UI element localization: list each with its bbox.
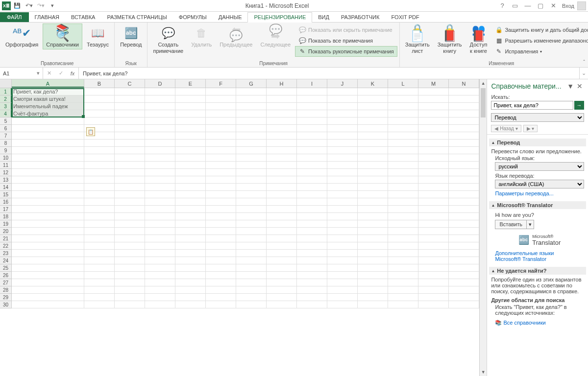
col-header-h[interactable]: H <box>267 79 297 88</box>
cell[interactable] <box>145 272 175 279</box>
cell[interactable] <box>267 162 297 169</box>
cell[interactable] <box>267 140 297 147</box>
cell[interactable] <box>84 279 115 286</box>
cell[interactable] <box>145 103 175 110</box>
cell[interactable] <box>418 206 449 213</box>
cell[interactable] <box>236 184 267 191</box>
row-header[interactable]: 26 <box>0 272 12 279</box>
cell[interactable] <box>449 103 479 110</box>
cell[interactable] <box>297 162 327 169</box>
col-header-e[interactable]: E <box>175 79 206 88</box>
cell[interactable] <box>236 250 267 257</box>
col-header-i[interactable]: I <box>297 79 327 88</box>
row-header[interactable]: 3 <box>0 103 12 110</box>
new-comment-button[interactable]: 💬 Создать примечание <box>149 24 187 56</box>
cell[interactable] <box>267 132 297 140</box>
row-header[interactable]: 1 <box>0 88 12 95</box>
cell[interactable] <box>297 103 327 110</box>
cell[interactable] <box>267 110 297 118</box>
cell[interactable] <box>449 235 479 242</box>
cell[interactable] <box>297 250 327 257</box>
cell[interactable] <box>267 242 297 250</box>
cell[interactable] <box>267 206 297 213</box>
cell[interactable] <box>145 286 175 294</box>
cell[interactable] <box>145 257 175 264</box>
cell[interactable] <box>327 220 358 228</box>
cell[interactable] <box>115 272 145 279</box>
cell[interactable] <box>175 242 206 250</box>
cell[interactable] <box>327 213 358 220</box>
cell[interactable] <box>327 184 358 191</box>
cell[interactable] <box>206 228 236 235</box>
cell[interactable] <box>267 279 297 286</box>
cell[interactable] <box>115 95 145 103</box>
cell[interactable] <box>12 169 84 176</box>
cell[interactable] <box>175 132 206 140</box>
cell[interactable] <box>236 176 267 184</box>
cell[interactable] <box>236 140 267 147</box>
cell[interactable] <box>267 198 297 206</box>
translation-options-link[interactable]: Параметры перевода... <box>495 190 584 196</box>
service-select[interactable]: Перевод <box>491 113 584 122</box>
cell[interactable] <box>84 257 115 264</box>
cell[interactable] <box>327 95 358 103</box>
cell[interactable] <box>297 88 327 95</box>
row-header[interactable]: 22 <box>0 242 12 250</box>
col-header-b[interactable]: B <box>84 79 115 88</box>
cell[interactable] <box>388 264 418 272</box>
search-go-button[interactable]: → <box>574 101 584 110</box>
cell[interactable] <box>236 110 267 118</box>
cell[interactable] <box>267 264 297 272</box>
cell[interactable] <box>84 272 115 279</box>
cell[interactable] <box>84 118 115 125</box>
cell[interactable] <box>327 257 358 264</box>
cell[interactable] <box>206 176 236 184</box>
cell[interactable] <box>115 140 145 147</box>
cell[interactable] <box>175 184 206 191</box>
cell[interactable] <box>358 294 388 301</box>
cell[interactable] <box>12 301 84 308</box>
cell[interactable] <box>206 140 236 147</box>
cell[interactable] <box>115 286 145 294</box>
cell[interactable] <box>449 118 479 125</box>
cell[interactable] <box>358 286 388 294</box>
cell[interactable] <box>418 250 449 257</box>
cell[interactable] <box>12 198 84 206</box>
cell[interactable] <box>236 279 267 286</box>
cell[interactable] <box>358 272 388 279</box>
cell[interactable] <box>236 88 267 95</box>
cell[interactable] <box>206 88 236 95</box>
vertical-scrollbar[interactable]: ▲ ▼ <box>479 79 487 376</box>
cell[interactable] <box>327 250 358 257</box>
allow-ranges-button[interactable]: ▦ Разрешить изменение диапазонов <box>491 35 588 46</box>
cell[interactable] <box>327 140 358 147</box>
cell[interactable] <box>206 279 236 286</box>
cell[interactable] <box>84 250 115 257</box>
cell[interactable] <box>297 279 327 286</box>
cell[interactable] <box>358 191 388 198</box>
row-header[interactable]: 19 <box>0 220 12 228</box>
cell[interactable] <box>418 213 449 220</box>
cell[interactable] <box>267 213 297 220</box>
cell[interactable] <box>175 279 206 286</box>
cell[interactable] <box>327 279 358 286</box>
search-input[interactable] <box>491 101 573 110</box>
more-languages-link[interactable]: Дополнительные языки <box>495 250 584 256</box>
col-header-n[interactable]: N <box>449 79 479 88</box>
cell[interactable] <box>449 110 479 118</box>
expand-formula-bar-icon[interactable]: ⌄ <box>579 68 588 79</box>
cell[interactable] <box>84 95 115 103</box>
cell[interactable] <box>388 279 418 286</box>
cell[interactable] <box>84 301 115 308</box>
cell[interactable] <box>267 176 297 184</box>
cell[interactable] <box>267 95 297 103</box>
cell[interactable] <box>449 279 479 286</box>
cell[interactable] <box>358 213 388 220</box>
name-box-dropdown-icon[interactable]: ▾ <box>37 70 40 76</box>
cell[interactable]: Счёт-фактура <box>12 110 84 118</box>
cell[interactable] <box>297 220 327 228</box>
cell[interactable] <box>206 206 236 213</box>
protect-share-button[interactable]: 🔒 Защитить книгу и дать общий доступ <box>491 24 588 35</box>
cell[interactable] <box>449 272 479 279</box>
section-ms-translator[interactable]: ▲ Microsoft® Translator <box>489 201 586 209</box>
